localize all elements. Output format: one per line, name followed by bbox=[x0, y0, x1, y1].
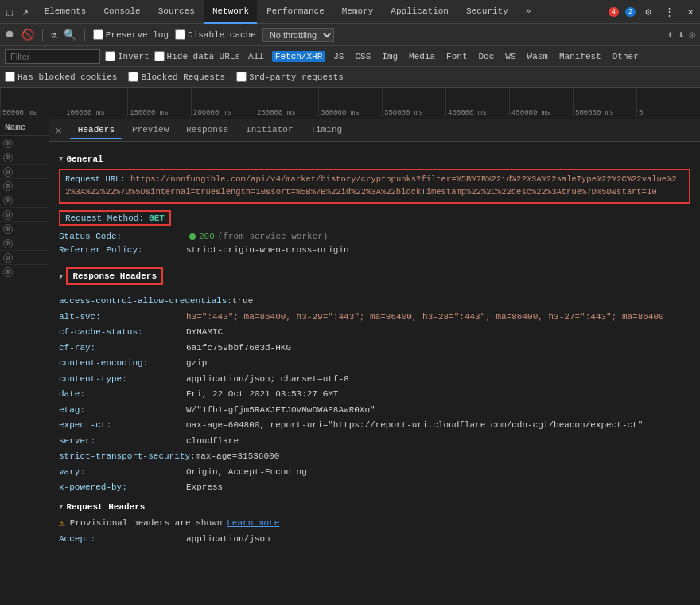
has-blocked-cookies-cb[interactable]: Has blocked cookies bbox=[5, 72, 117, 82]
tick-2: 100000 ms bbox=[64, 88, 127, 117]
filter-manifest[interactable]: Manifest bbox=[556, 51, 605, 62]
settings-icon[interactable]: ⚙ bbox=[642, 4, 655, 20]
filter-font[interactable]: Font bbox=[443, 51, 470, 62]
filter-icon[interactable]: ⚗ bbox=[51, 29, 57, 41]
tab-console[interactable]: Console bbox=[95, 0, 148, 24]
table-row[interactable]: ⚙ bbox=[0, 236, 49, 251]
close-detail-icon[interactable]: ✕ bbox=[56, 124, 62, 137]
invert-checkbox[interactable]: Invert bbox=[105, 51, 150, 61]
provisional-headers-text: Provisional headers are shown bbox=[70, 518, 222, 528]
devtools-icon-1[interactable]: ⬚ bbox=[3, 4, 16, 20]
tab-application[interactable]: Application bbox=[383, 0, 457, 24]
filter-js[interactable]: JS bbox=[330, 51, 347, 62]
export-icon[interactable]: ⬇ bbox=[678, 29, 684, 41]
blocked-requests-cb[interactable]: Blocked Requests bbox=[128, 72, 225, 82]
header-value-expect-ct: max-age=604800, report-uri="https://repo… bbox=[186, 419, 643, 432]
tab-more[interactable]: » bbox=[518, 0, 539, 24]
filter-other[interactable]: Other bbox=[609, 51, 642, 62]
table-row[interactable]: ⚙ bbox=[0, 193, 49, 208]
filter-doc[interactable]: Doc bbox=[476, 51, 498, 62]
tab-sources[interactable]: Sources bbox=[150, 0, 203, 24]
filter-input[interactable] bbox=[5, 49, 100, 64]
header-name-vary: vary: bbox=[59, 466, 186, 479]
tab-network[interactable]: Network bbox=[204, 0, 257, 24]
header-row-cf-ray: cf-ray: 6a1fc759bbf76e3d-HKG bbox=[59, 342, 690, 355]
tab-timing[interactable]: Timing bbox=[303, 122, 351, 139]
request-list-header: Name bbox=[0, 119, 49, 136]
filter-all[interactable]: All bbox=[245, 51, 267, 62]
table-row[interactable]: ⚙ bbox=[0, 165, 49, 179]
tab-elements[interactable]: Elements bbox=[37, 0, 95, 24]
rh-arrow-icon: ▼ bbox=[59, 503, 63, 511]
clear-icon[interactable]: 🚫 bbox=[21, 29, 34, 41]
tab-performance[interactable]: Performance bbox=[259, 0, 332, 24]
tick-6: 300000 ms bbox=[318, 88, 382, 117]
filter-wasm[interactable]: Wasm bbox=[524, 51, 551, 62]
tab-headers[interactable]: Headers bbox=[70, 122, 122, 139]
tab-preview[interactable]: Preview bbox=[124, 122, 177, 139]
tick-10: 500000 ms bbox=[573, 88, 636, 117]
third-party-cb[interactable]: 3rd-party requests bbox=[236, 72, 344, 82]
header-row-content-type: content-type: application/json; charset=… bbox=[59, 373, 690, 386]
warning-badge[interactable]: 2 bbox=[625, 7, 636, 17]
header-row-alt-svc: alt-svc: h3=":443"; ma=86400, h3-29=":44… bbox=[59, 310, 690, 324]
tick-11: 5 bbox=[636, 88, 700, 117]
filter-fetch-xhr[interactable]: Fetch/XHR bbox=[272, 51, 325, 62]
preserve-log-checkbox[interactable]: Preserve log bbox=[93, 29, 169, 40]
header-value-access-control: true bbox=[232, 295, 253, 308]
request-url-box: Request URL: https://nonfungible.com/api… bbox=[59, 169, 690, 204]
header-row-server: server: cloudflare bbox=[59, 435, 690, 448]
tab-security[interactable]: Security bbox=[458, 0, 516, 24]
filter-row: Invert Hide data URLs All Fetch/XHR JS C… bbox=[0, 46, 700, 67]
status-dot-6: ⚙ bbox=[3, 210, 13, 220]
settings-icon-2[interactable]: ⚙ bbox=[689, 29, 695, 41]
header-name-etag: etag: bbox=[59, 404, 186, 417]
header-value-vary: Origin, Accept-Encoding bbox=[186, 466, 307, 479]
record-icon[interactable]: ⏺ bbox=[5, 29, 15, 41]
table-row[interactable]: ⚙ bbox=[0, 150, 49, 165]
table-row[interactable]: ⚙ bbox=[0, 208, 49, 222]
request-headers-section: ▼ Request Headers ⚠ Provisional headers … bbox=[59, 502, 690, 546]
disable-cache-checkbox[interactable]: Disable cache bbox=[175, 29, 256, 40]
accept-header-row: Accept: application/json bbox=[59, 533, 690, 546]
tab-response[interactable]: Response bbox=[178, 122, 236, 139]
table-row[interactable]: ⚙ bbox=[0, 251, 49, 265]
general-section-title: ▼ General bbox=[59, 154, 690, 164]
header-row-sts: strict-transport-security: max-age=31536… bbox=[59, 450, 690, 463]
search-icon[interactable]: 🔍 bbox=[64, 29, 76, 41]
learn-more-link[interactable]: Learn more bbox=[227, 518, 279, 528]
tab-initiator[interactable]: Initiator bbox=[238, 122, 301, 139]
status-code-value: 200 bbox=[199, 232, 215, 241]
filter-img[interactable]: Img bbox=[379, 51, 401, 62]
response-headers-title-box: Response Headers bbox=[66, 267, 163, 285]
more-options-icon[interactable]: ⋮ bbox=[661, 4, 678, 20]
top-tab-bar: ⬚ ↗ Elements Console Sources Network Per… bbox=[0, 0, 700, 24]
sub-tab-bar: ✕ Headers Preview Response Initiator Tim… bbox=[49, 119, 700, 142]
status-dot-9: ⚙ bbox=[3, 253, 13, 263]
devtools-icon-2[interactable]: ↗ bbox=[19, 4, 32, 20]
header-name-access-control: access-control-allow-credentials: bbox=[59, 295, 232, 308]
close-icon[interactable]: ✕ bbox=[684, 4, 697, 20]
hide-data-urls-checkbox[interactable]: Hide data URLs bbox=[154, 51, 240, 61]
filter-ws[interactable]: WS bbox=[502, 51, 519, 62]
tick-9: 450000 ms bbox=[509, 88, 573, 117]
table-row[interactable]: ⚙ bbox=[0, 265, 49, 279]
import-icon[interactable]: ⬆ bbox=[667, 29, 674, 41]
status-code-label: Status Code: bbox=[59, 232, 186, 241]
table-row[interactable]: ⚙ bbox=[0, 136, 49, 150]
request-headers-title: ▼ Request Headers bbox=[59, 502, 690, 512]
throttle-select[interactable]: No throttling bbox=[262, 28, 334, 42]
filter-media[interactable]: Media bbox=[406, 51, 438, 62]
name-column-label: Name bbox=[5, 123, 25, 132]
header-name-content-type: content-type: bbox=[59, 373, 186, 386]
referrer-policy-value: strict-origin-when-cross-origin bbox=[186, 244, 349, 257]
table-row[interactable]: ⚙ bbox=[0, 222, 49, 236]
warning-triangle-icon: ⚠ bbox=[59, 517, 65, 529]
table-row[interactable]: ⚙ bbox=[0, 179, 49, 193]
header-value-server: cloudflare bbox=[186, 435, 239, 448]
tab-memory[interactable]: Memory bbox=[334, 0, 382, 24]
error-badge[interactable]: 4 bbox=[609, 7, 619, 17]
main-area: Name ⚙ ⚙ ⚙ ⚙ ⚙ ⚙ ⚙ ⚙ ⚙ ⚙ bbox=[0, 119, 700, 605]
filter-css[interactable]: CSS bbox=[352, 51, 374, 62]
accept-value: application/json bbox=[186, 533, 270, 546]
